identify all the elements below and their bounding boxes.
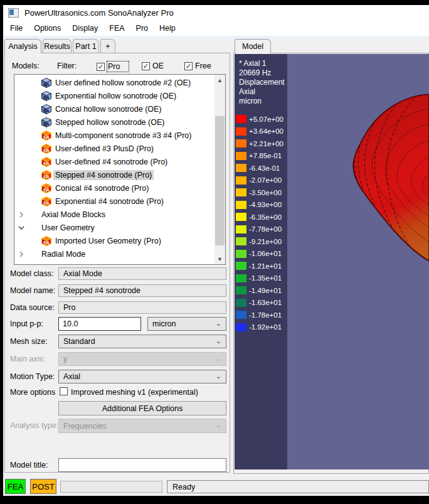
tree-item-stepped-4-sonotrode-pro-[interactable]: EAStepped #4 sonotrode (Pro) bbox=[14, 168, 214, 181]
legend-swatch bbox=[236, 262, 246, 270]
svg-text:EA: EA bbox=[43, 82, 50, 87]
tab-part-1[interactable]: Part 1 bbox=[73, 39, 99, 53]
model-viewport[interactable]: * Axial 1 20669 Hz Displacement Axial mi… bbox=[235, 54, 429, 469]
tree-item-label: Radial Mode bbox=[41, 250, 85, 259]
tree-item-label: User-defined #4 sonotrode (Pro) bbox=[55, 158, 167, 166]
oe-model-cube-icon: EA bbox=[41, 91, 51, 101]
motion-type-label: Motion Type: bbox=[10, 372, 55, 381]
oe-model-cube-icon: EA bbox=[41, 104, 51, 114]
input-pp-unit-combo[interactable]: micron ⌄ bbox=[147, 317, 226, 331]
legend-value: -1.06e+01 bbox=[249, 250, 282, 257]
menu-pro[interactable]: Pro bbox=[130, 22, 154, 35]
legend-entry: -6.43e-01 bbox=[236, 162, 283, 174]
legend-swatch bbox=[236, 286, 246, 294]
checkbox-icon[interactable]: ✓ bbox=[97, 63, 105, 71]
filter-checkbox-free[interactable]: ✓Free bbox=[184, 62, 211, 70]
tree-item-label: Imported User Geometry (Pro) bbox=[55, 237, 161, 245]
legend-swatch bbox=[236, 237, 246, 245]
menu-options[interactable]: Options bbox=[28, 22, 66, 35]
legend-value: -6.43e-01 bbox=[249, 164, 280, 172]
svg-text:EA: EA bbox=[43, 135, 50, 139]
tree-item-stepped-hollow-sonotrode-oe-[interactable]: EAStepped hollow sonotrode (OE) bbox=[14, 115, 214, 129]
tree-item-label: Stepped hollow sonotrode (OE) bbox=[55, 118, 164, 127]
tree-item-multi-component-sonotrode-3-4-pro-[interactable]: EAMulti-component sonotrode #3 #4 (Pro) bbox=[14, 129, 214, 142]
tree-group-user-geometry[interactable]: User Geometry bbox=[14, 221, 214, 234]
chevron-right-icon[interactable] bbox=[17, 250, 26, 259]
menu-display[interactable]: Display bbox=[66, 22, 103, 35]
svg-text:EA: EA bbox=[43, 148, 50, 153]
tree-item-user-defined-3-plusd-pro-[interactable]: EAUser-defined #3 PlusD (Pro) bbox=[14, 142, 214, 155]
analysis-type-combo: Frequencies ⌄ bbox=[58, 419, 226, 433]
legend-swatch bbox=[236, 323, 246, 331]
legend-entry: +7.85e-01 bbox=[236, 150, 283, 163]
svg-text:EA: EA bbox=[43, 161, 50, 166]
legend-entry: -7.78e+00 bbox=[236, 223, 283, 236]
tree-item-label: Stepped #4 sonotrode (Pro) bbox=[53, 170, 154, 180]
scrollbar-thumb[interactable] bbox=[215, 116, 225, 245]
tab-model[interactable]: Model bbox=[235, 39, 271, 53]
tree-item-label: Exponential hollow sonotrode (OE) bbox=[55, 92, 176, 100]
filter-checkbox-pro[interactable]: ✓Pro bbox=[97, 62, 129, 72]
tree-item-conical-4-sonotrode-pro-[interactable]: EAConical #4 sonotrode (Pro) bbox=[14, 181, 214, 195]
post-button[interactable]: POST bbox=[30, 479, 56, 494]
main-axis-label: Main axis: bbox=[10, 355, 45, 363]
tree-group-axial-mode-blocks[interactable]: Axial Mode Blocks bbox=[14, 208, 214, 221]
chevron-down-icon: ⌄ bbox=[216, 319, 221, 328]
svg-text:EA: EA bbox=[43, 174, 50, 179]
input-pp-field[interactable] bbox=[58, 317, 141, 331]
fea-button[interactable]: FEA bbox=[5, 479, 26, 494]
svg-text:EA: EA bbox=[43, 201, 50, 205]
checkbox-icon[interactable]: ✓ bbox=[184, 62, 193, 70]
improved-meshing-checkbox[interactable] bbox=[60, 387, 68, 395]
tab--[interactable]: + bbox=[100, 39, 115, 53]
menu-fea[interactable]: FEA bbox=[103, 22, 130, 35]
scroll-up-icon[interactable]: ▲ bbox=[214, 75, 225, 85]
legend-entry: -1.06e+01 bbox=[236, 248, 283, 260]
legend-entry: -4.93e+00 bbox=[236, 199, 283, 212]
model-tree[interactable]: EAUser defined hollow sonotrode #2 (OE)E… bbox=[14, 74, 226, 265]
tab-results[interactable]: Results bbox=[43, 39, 72, 53]
motion-type-combo[interactable]: Axial ⌄ bbox=[58, 370, 226, 383]
tree-item-imported-user-geometry-pro-[interactable]: EAImported User Geometry (Pro) bbox=[14, 234, 214, 247]
legend-swatch bbox=[236, 164, 246, 172]
tree-item-user-defined-4-sonotrode-pro-[interactable]: EAUser-defined #4 sonotrode (Pro) bbox=[14, 155, 214, 168]
pro-model-cube-icon: EA bbox=[41, 196, 51, 206]
menu-file[interactable]: File bbox=[4, 22, 28, 35]
menu-help[interactable]: Help bbox=[154, 22, 181, 35]
legend-entry: -1.78e+01 bbox=[236, 309, 283, 321]
legend-swatch bbox=[236, 152, 246, 160]
legend-entry: +3.64e+00 bbox=[236, 126, 283, 138]
status-bar: Ready bbox=[167, 480, 429, 493]
model-title-input[interactable] bbox=[58, 458, 226, 472]
pro-model-cube-icon: EA bbox=[41, 144, 51, 154]
chevron-down-icon: ⌄ bbox=[216, 355, 221, 363]
pro-model-cube-icon: EA bbox=[41, 131, 51, 141]
tab-analysis[interactable]: Analysis bbox=[4, 39, 41, 53]
tree-scrollbar[interactable]: ▲ ▼ bbox=[214, 75, 225, 264]
tree-item-user-defined-hollow-sonotrode-2-oe-[interactable]: EAUser defined hollow sonotrode #2 (OE) bbox=[14, 76, 214, 89]
legend-value: -4.93e+00 bbox=[249, 201, 282, 208]
chevron-down-icon[interactable] bbox=[17, 223, 26, 232]
additional-fea-options-button[interactable]: Additional FEA Options bbox=[58, 401, 226, 416]
tree-group-radial-mode[interactable]: Radial Mode bbox=[14, 247, 214, 260]
pro-model-cube-icon: EA bbox=[41, 170, 51, 180]
scroll-down-icon[interactable]: ▼ bbox=[214, 254, 225, 264]
chevron-down-icon: ⌄ bbox=[216, 337, 221, 345]
tree-item-exponential-4-sonotrode-pro-[interactable]: EAExponential #4 sonotrode (Pro) bbox=[14, 195, 214, 208]
legend-swatch bbox=[236, 213, 246, 221]
mesh-size-combo[interactable]: Standard ⌄ bbox=[58, 335, 226, 348]
data-source-field: Pro bbox=[58, 301, 226, 314]
legend-entry: +2.21e+00 bbox=[236, 137, 283, 150]
more-options-label: More options bbox=[10, 388, 55, 397]
legend-value: -1.35e+01 bbox=[249, 274, 282, 282]
filter-checkbox-oe[interactable]: ✓OE bbox=[142, 62, 164, 70]
legend-swatch bbox=[236, 311, 246, 319]
tree-item-exponential-hollow-sonotrode-oe-[interactable]: EAExponential hollow sonotrode (OE) bbox=[14, 89, 214, 102]
checkbox-icon[interactable]: ✓ bbox=[142, 62, 150, 70]
legend-swatch bbox=[236, 176, 246, 185]
data-source-label: Data source: bbox=[10, 303, 55, 312]
legend-entry: +5.07e+00 bbox=[236, 113, 283, 126]
tree-item-conical-hollow-sonotrode-oe-[interactable]: EAConical hollow sonotrode (OE) bbox=[14, 102, 214, 115]
chevron-right-icon[interactable] bbox=[17, 210, 26, 219]
models-label: Models: bbox=[12, 62, 40, 70]
